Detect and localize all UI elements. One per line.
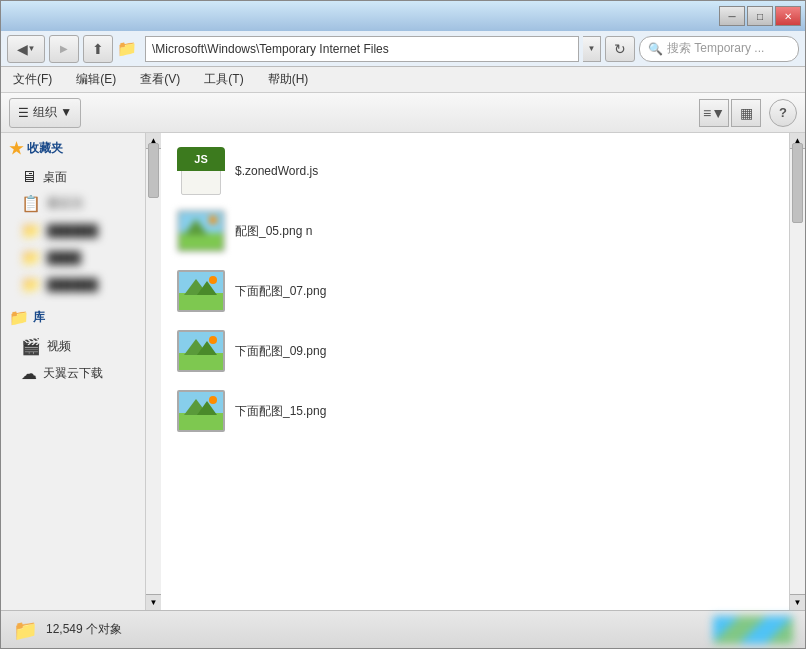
window-controls: ─ □ ✕ xyxy=(719,6,801,26)
favorites-header[interactable]: ★ 收藏夹 xyxy=(1,133,145,164)
png05-icon-container xyxy=(177,207,225,255)
folder1-icon: 📁 xyxy=(21,221,41,240)
png09-icon-container xyxy=(177,327,225,375)
up-icon: ⬆ xyxy=(92,41,104,57)
forward-button[interactable]: ▶ xyxy=(49,35,79,63)
file-item-png05[interactable]: 配图_05.png n xyxy=(169,201,781,261)
filelist-wrapper: JS $.zonedWord.js xyxy=(161,133,805,610)
address-folder-icon: 📁 xyxy=(117,39,137,58)
status-text: 12,549 个对象 xyxy=(46,621,705,638)
sidebar-item-desktop[interactable]: 🖥 桌面 xyxy=(1,164,145,190)
png09-filename: 下面配图_09.png xyxy=(235,343,326,360)
sidebar-scroll-thumb[interactable] xyxy=(148,143,159,198)
menu-tools[interactable]: 工具(T) xyxy=(200,69,247,90)
minimize-button[interactable]: ─ xyxy=(719,6,745,26)
search-placeholder: 搜索 Temporary ... xyxy=(667,40,764,57)
back-button[interactable]: ◀ ▼ xyxy=(7,35,45,63)
sidebar-item-recent[interactable]: 📋 最近访 xyxy=(1,190,145,217)
favorites-section: ★ 收藏夹 🖥 桌面 📋 最近访 📁 ██████ xyxy=(1,133,145,298)
toolbar: ☰ 组织 ▼ ≡▼ ▦ ? xyxy=(1,93,805,133)
close-button[interactable]: ✕ xyxy=(775,6,801,26)
explorer-window: ─ □ ✕ ◀ ▼ ▶ ⬆ 📁 \Microsoft\Windows\Tempo… xyxy=(0,0,806,649)
sidebar-item-folder3[interactable]: 📁 ██████ xyxy=(1,271,145,298)
js-badge: JS xyxy=(177,147,225,171)
dropdown-arrow-icon: ▼ xyxy=(28,44,36,53)
view-buttons: ≡▼ ▦ xyxy=(699,99,761,127)
up-button[interactable]: ⬆ xyxy=(83,35,113,63)
png15-icon xyxy=(177,390,225,432)
video-icon: 🎬 xyxy=(21,337,41,356)
address-field[interactable]: \Microsoft\Windows\Temporary Internet Fi… xyxy=(145,36,579,62)
refresh-icon: ↻ xyxy=(614,41,626,57)
sidebar-item-tianyi[interactable]: ☁ 天翼云下载 xyxy=(1,360,145,387)
png07-filename: 下面配图_07.png xyxy=(235,283,326,300)
refresh-button[interactable]: ↻ xyxy=(605,36,635,62)
sidebar-scrollbar[interactable]: ▲ ▼ xyxy=(145,133,161,610)
png15-filename: 下面配图_15.png xyxy=(235,403,326,420)
folder3-label: ██████ xyxy=(47,278,98,292)
search-field[interactable]: 🔍 搜索 Temporary ... xyxy=(639,36,799,62)
file-item-png07[interactable]: 下面配图_07.png xyxy=(169,261,781,321)
js-file-icon: JS xyxy=(177,147,225,195)
address-bar: ◀ ▼ ▶ ⬆ 📁 \Microsoft\Windows\Temporary I… xyxy=(1,31,805,67)
folder2-label: ████ xyxy=(47,251,81,265)
search-icon: 🔍 xyxy=(648,42,663,56)
star-icon: ★ xyxy=(9,139,23,158)
file-list: JS $.zonedWord.js xyxy=(161,133,789,610)
address-dropdown-button[interactable]: ▼ xyxy=(583,36,601,62)
sidebar-item-video[interactable]: 🎬 视频 xyxy=(1,333,145,360)
main-area: ★ 收藏夹 🖥 桌面 📋 最近访 📁 ██████ xyxy=(1,133,805,610)
js-file-icon-container: JS xyxy=(177,147,225,195)
library-section: 📁 库 🎬 视频 ☁ 天翼云下载 xyxy=(1,302,145,387)
sidebar-wrapper: ★ 收藏夹 🖥 桌面 📋 最近访 📁 ██████ xyxy=(1,133,161,610)
recent-label: 最近访 xyxy=(47,195,83,212)
view-list-button[interactable]: ≡▼ xyxy=(699,99,729,127)
sidebar-scroll-down[interactable]: ▼ xyxy=(146,594,161,610)
help-button[interactable]: ? xyxy=(769,99,797,127)
restore-button[interactable]: □ xyxy=(747,6,773,26)
filelist-scrollbar[interactable]: ▲ ▼ xyxy=(789,133,805,610)
address-text: \Microsoft\Windows\Temporary Internet Fi… xyxy=(152,42,572,56)
menu-edit[interactable]: 编辑(E) xyxy=(72,69,120,90)
menu-help[interactable]: 帮助(H) xyxy=(264,69,313,90)
sidebar-item-folder2[interactable]: 📁 ████ xyxy=(1,244,145,271)
png05-filename: 配图_05.png n xyxy=(235,223,312,240)
library-folder-icon: 📁 xyxy=(9,308,29,327)
help-icon: ? xyxy=(779,105,787,120)
recent-icon: 📋 xyxy=(21,194,41,213)
video-label: 视频 xyxy=(47,338,71,355)
menu-bar: 文件(F) 编辑(E) 查看(V) 工具(T) 帮助(H) xyxy=(1,67,805,93)
png07-icon xyxy=(177,270,225,312)
desktop-icon: 🖥 xyxy=(21,168,37,186)
organize-label: 组织 ▼ xyxy=(33,104,72,121)
library-header[interactable]: 📁 库 xyxy=(1,302,145,333)
js-filename: $.zonedWord.js xyxy=(235,164,318,178)
view-pane-button[interactable]: ▦ xyxy=(731,99,761,127)
tianyi-icon: ☁ xyxy=(21,364,37,383)
tianyi-label: 天翼云下载 xyxy=(43,365,103,382)
status-right xyxy=(713,616,793,644)
menu-view[interactable]: 查看(V) xyxy=(136,69,184,90)
png15-icon-container xyxy=(177,387,225,435)
status-folder-icon: 📁 xyxy=(13,618,38,642)
png05-icon xyxy=(177,210,225,252)
status-bar: 📁 12,549 个对象 xyxy=(1,610,805,648)
library-label: 库 xyxy=(33,309,45,326)
folder2-icon: 📁 xyxy=(21,248,41,267)
folder1-label: ██████ xyxy=(47,224,98,238)
organize-button[interactable]: ☰ 组织 ▼ xyxy=(9,98,81,128)
forward-icon: ▶ xyxy=(60,43,68,54)
status-tiles xyxy=(713,616,793,644)
menu-file[interactable]: 文件(F) xyxy=(9,69,56,90)
filelist-scroll-thumb[interactable] xyxy=(792,143,803,223)
file-item-js[interactable]: JS $.zonedWord.js xyxy=(169,141,781,201)
png07-icon-container xyxy=(177,267,225,315)
favorites-label: 收藏夹 xyxy=(27,140,63,157)
file-item-png15[interactable]: 下面配图_15.png xyxy=(169,381,781,441)
filelist-scroll-down[interactable]: ▼ xyxy=(790,594,805,610)
list-icon: ≡▼ xyxy=(703,105,725,121)
organize-icon: ☰ xyxy=(18,106,29,120)
file-item-png09[interactable]: 下面配图_09.png xyxy=(169,321,781,381)
sidebar-item-folder1[interactable]: 📁 ██████ xyxy=(1,217,145,244)
back-icon: ◀ xyxy=(17,41,28,57)
